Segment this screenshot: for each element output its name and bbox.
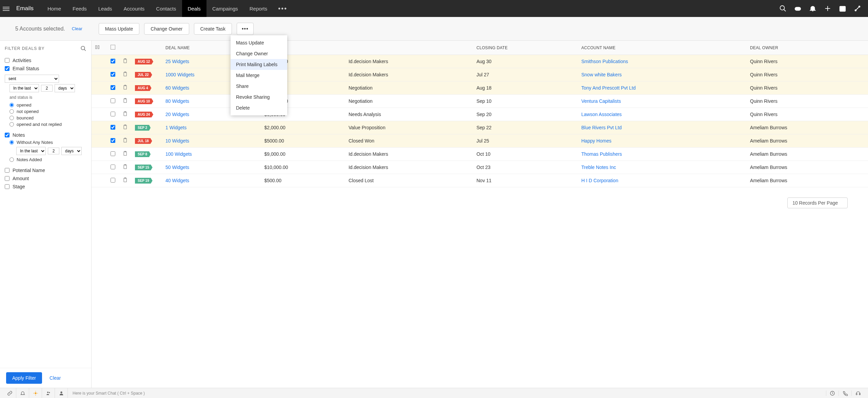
edit-icon[interactable] — [123, 138, 128, 143]
in-last-select[interactable]: In the last — [9, 84, 39, 92]
account-name-header[interactable]: ACCOUNT NAME — [578, 41, 747, 55]
dropdown-item[interactable]: Change Owner — [231, 48, 287, 59]
account-link[interactable]: Ventura Capitalists — [581, 98, 621, 104]
plus-icon[interactable] — [824, 5, 831, 12]
records-per-page[interactable]: 10 Records Per Page — [787, 197, 848, 208]
nav-tab-leads[interactable]: Leads — [93, 0, 118, 17]
edit-icon[interactable] — [123, 58, 128, 63]
search-icon[interactable] — [779, 5, 787, 12]
closing-date-header[interactable]: CLOSING DATE — [473, 41, 578, 55]
notes-checkbox[interactable] — [5, 133, 9, 137]
stage-header[interactable] — [345, 41, 473, 55]
in-last-number[interactable] — [41, 85, 53, 92]
notes-number[interactable] — [48, 148, 59, 154]
notes-added-radio-input[interactable] — [9, 157, 14, 162]
nav-more-icon[interactable]: ••• — [273, 5, 292, 13]
status-radio[interactable]: not opened — [9, 108, 86, 115]
filter-activities[interactable]: Activities — [5, 56, 86, 64]
row-checkbox[interactable] — [111, 59, 115, 63]
account-link[interactable]: H I D Corporation — [581, 178, 618, 183]
calendar-icon[interactable]: 31 — [839, 5, 846, 12]
nav-tab-accounts[interactable]: Accounts — [118, 0, 151, 17]
table-row[interactable]: SEP 15 50 Widgets $10,000.00 Id.decision… — [92, 161, 868, 174]
table-row[interactable]: AUG 4 60 Widgets $8,000.00 Negotiation A… — [92, 81, 868, 95]
table-row[interactable]: AUG 10 80 Widgets $11,000.00 Negotiation… — [92, 95, 868, 108]
email-status-checkbox[interactable] — [5, 66, 9, 71]
filter-search-icon[interactable] — [80, 45, 86, 52]
status-radio-input[interactable] — [9, 103, 14, 107]
edit-icon[interactable] — [123, 72, 128, 77]
deal-name-link[interactable]: 40 Widgets — [165, 178, 189, 183]
edit-icon[interactable] — [123, 85, 128, 90]
amount-checkbox[interactable] — [5, 176, 9, 181]
row-checkbox[interactable] — [111, 125, 115, 130]
table-row[interactable]: AUG 12 25 Widgets $10,000.00 Id.decision… — [92, 55, 868, 68]
account-link[interactable]: Tony And Prescott Pvt Ltd — [581, 85, 635, 91]
notes-added-radio[interactable]: Notes Added — [9, 156, 86, 163]
dropdown-item[interactable]: Mail Merge — [231, 70, 287, 81]
row-checkbox[interactable] — [111, 151, 115, 156]
deal-name-link[interactable]: 20 Widgets — [165, 112, 189, 117]
sent-select[interactable]: sent — [5, 75, 59, 83]
deal-name-link[interactable]: 25 Widgets — [165, 59, 189, 64]
filter-email-status[interactable]: Email Status — [5, 64, 86, 73]
edit-icon[interactable] — [123, 125, 128, 130]
dropdown-item[interactable]: Revoke Sharing — [231, 92, 287, 102]
deal-name-link[interactable]: 10 Widgets — [165, 138, 189, 144]
edit-icon[interactable] — [123, 111, 128, 116]
nav-tab-campaings[interactable]: Campaings — [206, 0, 244, 17]
row-checkbox[interactable] — [111, 72, 115, 77]
notes-in-last-select[interactable]: In the last — [16, 147, 46, 155]
nav-tab-feeds[interactable]: Feeds — [67, 0, 93, 17]
account-link[interactable]: Treble Notes Inc — [581, 165, 616, 170]
filter-potential-name[interactable]: Potential Name — [5, 166, 86, 174]
account-link[interactable]: Happy Homes — [581, 138, 611, 144]
tools-icon[interactable] — [854, 5, 861, 12]
edit-icon[interactable] — [123, 177, 128, 183]
dropdown-item[interactable]: Mass Update — [231, 37, 287, 48]
nav-tab-home[interactable]: Home — [42, 0, 67, 17]
row-checkbox[interactable] — [111, 112, 115, 116]
status-radio-input[interactable] — [9, 109, 14, 114]
row-checkbox[interactable] — [111, 138, 115, 143]
table-row[interactable]: AUG 24 20 Widgets $6,000.00 Needs Analys… — [92, 108, 868, 121]
days-select[interactable]: days — [55, 84, 75, 92]
table-row[interactable]: JUL 22 1000 Widgets $4,000.00 Id.decisio… — [92, 68, 868, 81]
table-row[interactable]: SEP 19 40 Widgets $500.00 Closed Lost No… — [92, 174, 868, 187]
dropdown-item[interactable]: Share — [231, 81, 287, 92]
account-link[interactable]: Smithson Publications — [581, 59, 628, 64]
edit-icon[interactable] — [123, 164, 128, 169]
table-row[interactable]: SEP 8 100 Widgets $9,000.00 Id.decision … — [92, 148, 868, 161]
activities-checkbox[interactable] — [5, 58, 9, 63]
gamepad-icon[interactable] — [794, 5, 802, 12]
account-link[interactable]: Thomas Publishers — [581, 151, 622, 157]
deal-name-link[interactable]: 60 Widgets — [165, 85, 189, 91]
table-row[interactable]: JUL 18 10 Widgets $5000.00 Closed Won Ju… — [92, 134, 868, 148]
filter-notes[interactable]: Notes — [5, 131, 86, 139]
create-task-button[interactable]: Create Task — [194, 23, 232, 35]
account-link[interactable]: Blue Rivers Pvt Ltd — [581, 125, 622, 130]
more-actions-button[interactable]: ••• — [237, 23, 254, 35]
filter-amount[interactable]: Amount — [5, 174, 86, 183]
nav-tab-deals[interactable]: Deals — [182, 0, 206, 17]
without-any-radio-input[interactable] — [9, 140, 14, 145]
clear-filter-link[interactable]: Clear — [50, 375, 61, 381]
deal-owner-header[interactable]: DEAL OWNER — [747, 41, 868, 55]
status-radio[interactable]: opened — [9, 102, 86, 108]
row-checkbox[interactable] — [111, 178, 115, 183]
potential-name-checkbox[interactable] — [5, 168, 9, 173]
select-all-checkbox[interactable] — [111, 45, 115, 50]
nav-tab-contacts[interactable]: Contacts — [150, 0, 182, 17]
notes-days-select[interactable]: days — [61, 147, 82, 155]
apply-filter-button[interactable]: Apply Filter — [6, 372, 42, 384]
deal-name-link[interactable]: 100 Widgets — [165, 151, 192, 157]
filter-stage[interactable]: Stage — [5, 183, 86, 191]
deal-name-link[interactable]: 1000 Widgets — [165, 72, 195, 77]
account-link[interactable]: Lawson Associates — [581, 112, 622, 117]
without-any-notes-radio[interactable]: Without Any Notes — [9, 139, 86, 146]
hamburger-icon[interactable] — [3, 6, 9, 11]
bell-icon[interactable] — [809, 5, 816, 12]
account-link[interactable]: Snow white Bakers — [581, 72, 622, 77]
mass-update-button[interactable]: Mass Update — [99, 23, 139, 35]
table-row[interactable]: SEP 2 1 Widgets $2,000.00 Value Proposit… — [92, 121, 868, 134]
